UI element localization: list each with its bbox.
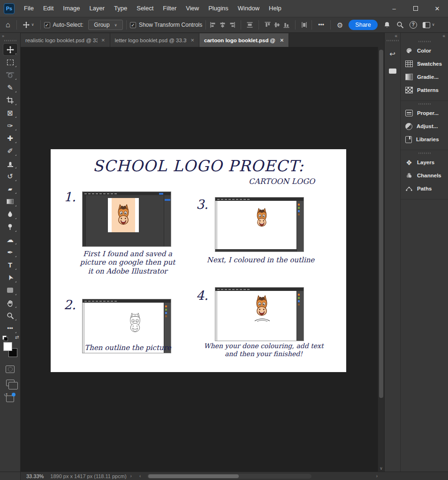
blur-tool[interactable] [3,208,17,220]
tab-close-icon[interactable]: × [280,37,284,44]
rail-grip[interactable] [387,40,399,41]
quick-mask-button[interactable] [6,366,15,373]
vertical-scrollbar[interactable]: ∨ [378,47,384,472]
rectangular-marquee-tool[interactable] [3,56,17,68]
distribute-horizontal-centers-icon[interactable] [246,21,254,29]
vertical-scrollbar-thumb[interactable] [379,50,383,398]
share-document-button[interactable] [6,396,14,402]
help-button[interactable]: ? [407,21,420,29]
scroll-left-icon[interactable]: ‹ [139,473,141,479]
workspace-switcher-button[interactable]: ∨ [420,22,438,28]
auto-select-checkbox[interactable]: ✓ [44,22,50,28]
crop-tool[interactable] [3,94,17,106]
path-selection-tool[interactable]: ➤ [3,272,17,283]
distribute-vertical-centers-icon[interactable] [300,21,308,29]
shape-tool[interactable] [3,284,17,296]
pen-tool[interactable]: ✒ [3,246,17,258]
maximize-button[interactable] [405,0,426,17]
align-bottom-edges-icon[interactable] [282,21,290,29]
screen-mode-button[interactable] [6,380,15,386]
type-tool[interactable]: T [3,259,17,271]
share-button[interactable]: Share [349,20,377,30]
frame-tool[interactable]: ⊠ [3,107,17,119]
toolbar-grip[interactable] [4,40,16,41]
quick-selection-tool[interactable]: ✎ [3,82,17,93]
brush-tool[interactable]: ✐ [3,145,17,157]
group-grip[interactable] [418,152,431,154]
menu-edit[interactable]: Edit [38,0,58,17]
show-transform-controls-checkbox[interactable]: ✓ [130,22,136,28]
swap-colors-icon[interactable]: ⇄ [15,335,19,340]
history-brush-tool[interactable]: ↺ [3,170,17,182]
healing-brush-tool[interactable]: ✚ [3,132,17,144]
menu-filter[interactable]: Filter [158,0,181,17]
dodge-tool[interactable] [3,221,17,233]
horizontal-scrollbar[interactable] [147,474,311,479]
sponge-tool[interactable]: ☁ [3,234,17,245]
zoom-tool[interactable] [3,310,17,321]
more-align-options-button[interactable]: ••• [315,22,327,28]
default-colors-icon[interactable] [2,335,7,340]
panel-libraries[interactable]: Libraries [401,133,448,146]
history-panel-button[interactable]: ↩ [387,48,399,60]
canvas[interactable]: SCHOOL LOGO PROECT: CARTOON LOGO 1. [21,47,384,472]
align-top-edges-icon[interactable] [264,21,272,29]
tab-cartoon-logo-booklet[interactable]: cartoon logo booklet.psd @ 33.3% (RGB/8)… [199,33,289,47]
panel-gradients[interactable]: Gradie... [401,70,448,84]
lasso-tool[interactable]: ➰ [3,69,17,81]
search-button[interactable] [394,21,407,29]
menu-view[interactable]: View [181,0,204,17]
status-expand-icon[interactable]: › [130,473,132,479]
menu-type[interactable]: Type [109,0,132,17]
panel-paths[interactable]: Paths [401,182,448,195]
tool-preset-move[interactable]: ∨ [20,22,37,28]
panel-channels[interactable]: Channels [401,169,448,182]
eraser-tool[interactable]: ▰ [3,183,17,195]
clone-stamp-tool[interactable] [3,158,17,169]
panel-properties[interactable]: Proper... [401,107,448,120]
workspace-settings-button[interactable]: ⚙ [334,22,346,29]
menu-help[interactable]: Help [264,0,286,17]
foreground-color-swatch[interactable] [3,342,12,351]
notifications-button[interactable] [380,21,394,29]
align-horizontal-centers-icon[interactable] [219,21,227,29]
panel-swatches[interactable]: Swatches [401,57,448,70]
eyedropper-tool[interactable]: ✑ [3,120,17,131]
align-right-edges-icon[interactable] [228,21,236,29]
tab-realistic-logo-booklet[interactable]: realistic logo booklet.psd @ 33.3% (... … [21,33,110,47]
auto-select-scope-dropdown[interactable]: Group ∨ [88,20,123,30]
rail-collapse[interactable]: « [385,33,400,38]
align-left-edges-icon[interactable] [209,21,217,29]
document-page[interactable]: SCHOOL LOGO PROECT: CARTOON LOGO 1. [51,149,346,372]
menu-file[interactable]: File [19,0,38,17]
tab-close-icon[interactable]: × [101,37,105,44]
zoom-level-field[interactable]: 33.33% [26,473,44,479]
panel-layers[interactable]: ❖ Layers [401,156,448,169]
scroll-right-icon[interactable]: › [376,473,378,479]
rail-collapse[interactable]: « [401,33,448,38]
comments-panel-button[interactable] [387,65,399,77]
align-vertical-centers-icon[interactable] [273,21,281,29]
tab-letter-logo-booklet[interactable]: letter logo booklet.psd @ 33.3% (RG... × [110,33,200,47]
move-tool[interactable] [3,44,17,55]
tab-close-icon[interactable]: × [190,37,194,44]
minimize-button[interactable]: – [383,0,405,17]
menu-image[interactable]: Image [58,0,84,17]
menu-select[interactable]: Select [132,0,158,17]
menu-layer[interactable]: Layer [85,0,110,17]
close-button[interactable]: ✕ [426,0,448,17]
horizontal-scrollbar-thumb[interactable] [148,474,239,478]
menu-plugins[interactable]: Plugins [204,0,233,17]
hand-tool[interactable] [3,297,17,309]
gradient-tool[interactable] [3,196,17,207]
toolbar-collapse[interactable]: » [0,33,20,38]
scroll-down-icon[interactable]: ∨ [378,466,384,471]
panel-patterns[interactable]: Patterns [401,84,448,97]
group-grip[interactable] [418,41,431,42]
edit-toolbar-button[interactable]: ••• [3,322,17,334]
panel-adjustments[interactable]: Adjust... [401,120,448,133]
panel-color[interactable]: Color [401,44,448,57]
home-button[interactable]: ⌂ [3,21,13,29]
menu-window[interactable]: Window [233,0,264,17]
group-grip[interactable] [418,103,431,105]
